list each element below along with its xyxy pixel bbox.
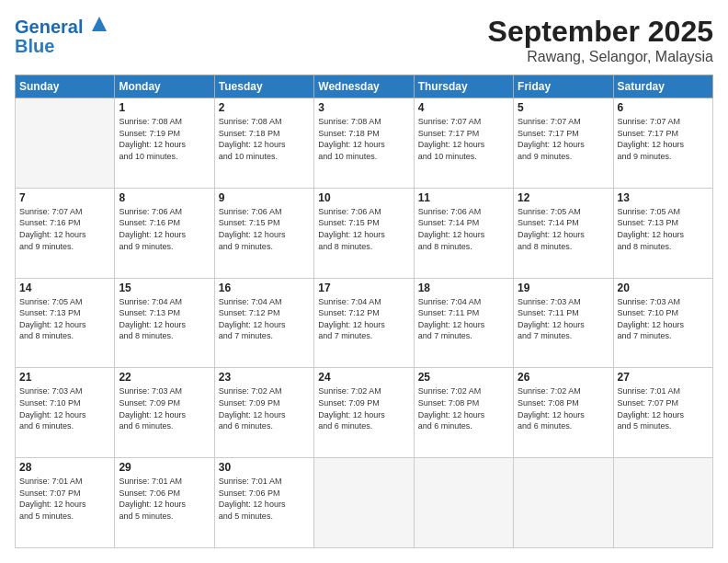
day-number: 2	[219, 101, 310, 114]
day-number: 7	[19, 191, 110, 204]
calendar-cell	[613, 458, 712, 548]
calendar-cell	[514, 458, 613, 548]
day-number: 5	[518, 101, 609, 114]
calendar-cell: 15Sunrise: 7:04 AM Sunset: 7:13 PM Dayli…	[115, 278, 214, 368]
day-info: Sunrise: 7:08 AM Sunset: 7:18 PM Dayligh…	[318, 116, 409, 162]
day-number: 8	[119, 191, 210, 204]
day-number: 9	[219, 191, 310, 204]
day-info: Sunrise: 7:02 AM Sunset: 7:09 PM Dayligh…	[219, 385, 310, 431]
day-number: 6	[618, 101, 709, 114]
calendar-cell: 28Sunrise: 7:01 AM Sunset: 7:07 PM Dayli…	[16, 458, 115, 548]
calendar-cell: 2Sunrise: 7:08 AM Sunset: 7:18 PM Daylig…	[214, 98, 313, 189]
day-info: Sunrise: 7:03 AM Sunset: 7:11 PM Dayligh…	[518, 296, 609, 342]
day-info: Sunrise: 7:07 AM Sunset: 7:17 PM Dayligh…	[618, 116, 709, 162]
calendar-cell: 4Sunrise: 7:07 AM Sunset: 7:17 PM Daylig…	[414, 98, 513, 189]
calendar-cell: 19Sunrise: 7:03 AM Sunset: 7:11 PM Dayli…	[514, 278, 613, 368]
day-number: 30	[219, 461, 310, 474]
calendar-table: SundayMondayTuesdayWednesdayThursdayFrid…	[15, 75, 713, 548]
weekday-header: Friday	[514, 75, 613, 98]
page: General Blue September 2025 Rawang, Sela…	[0, 0, 728, 563]
header: General Blue September 2025 Rawang, Sela…	[15, 15, 713, 65]
day-info: Sunrise: 7:07 AM Sunset: 7:17 PM Dayligh…	[518, 116, 609, 162]
calendar-cell: 21Sunrise: 7:03 AM Sunset: 7:10 PM Dayli…	[16, 368, 115, 458]
calendar-cell: 22Sunrise: 7:03 AM Sunset: 7:09 PM Dayli…	[115, 368, 214, 458]
day-number: 27	[618, 371, 709, 384]
location: Rawang, Selangor, Malaysia	[488, 49, 713, 65]
calendar-cell: 20Sunrise: 7:03 AM Sunset: 7:10 PM Dayli…	[613, 278, 712, 368]
day-info: Sunrise: 7:04 AM Sunset: 7:12 PM Dayligh…	[219, 296, 310, 342]
calendar-cell: 13Sunrise: 7:05 AM Sunset: 7:13 PM Dayli…	[613, 188, 712, 278]
day-number: 12	[518, 191, 609, 204]
calendar-cell: 1Sunrise: 7:08 AM Sunset: 7:19 PM Daylig…	[115, 98, 214, 189]
calendar-cell: 26Sunrise: 7:02 AM Sunset: 7:08 PM Dayli…	[514, 368, 613, 458]
day-info: Sunrise: 7:02 AM Sunset: 7:08 PM Dayligh…	[518, 385, 609, 431]
day-info: Sunrise: 7:03 AM Sunset: 7:09 PM Dayligh…	[119, 385, 210, 431]
calendar-cell: 29Sunrise: 7:01 AM Sunset: 7:06 PM Dayli…	[115, 458, 214, 548]
calendar-cell: 10Sunrise: 7:06 AM Sunset: 7:15 PM Dayli…	[314, 188, 414, 278]
day-info: Sunrise: 7:06 AM Sunset: 7:14 PM Dayligh…	[418, 206, 509, 252]
weekday-header: Thursday	[414, 75, 513, 98]
calendar-cell: 24Sunrise: 7:02 AM Sunset: 7:09 PM Dayli…	[314, 368, 414, 458]
day-number: 18	[418, 282, 509, 294]
day-number: 23	[219, 371, 310, 384]
day-info: Sunrise: 7:06 AM Sunset: 7:16 PM Dayligh…	[119, 206, 210, 252]
day-info: Sunrise: 7:03 AM Sunset: 7:10 PM Dayligh…	[618, 296, 709, 342]
day-info: Sunrise: 7:08 AM Sunset: 7:19 PM Dayligh…	[119, 116, 210, 162]
logo-icon	[90, 15, 108, 33]
day-info: Sunrise: 7:01 AM Sunset: 7:07 PM Dayligh…	[19, 476, 110, 522]
day-number: 1	[119, 101, 210, 114]
calendar-week-row: 1Sunrise: 7:08 AM Sunset: 7:19 PM Daylig…	[16, 98, 713, 189]
calendar-cell: 17Sunrise: 7:04 AM Sunset: 7:12 PM Dayli…	[314, 278, 414, 368]
calendar-cell: 8Sunrise: 7:06 AM Sunset: 7:16 PM Daylig…	[115, 188, 214, 278]
calendar-cell: 3Sunrise: 7:08 AM Sunset: 7:18 PM Daylig…	[314, 98, 414, 189]
day-number: 28	[19, 461, 110, 474]
day-number: 20	[618, 282, 709, 294]
weekday-header: Saturday	[613, 75, 712, 98]
weekday-header-row: SundayMondayTuesdayWednesdayThursdayFrid…	[16, 75, 713, 98]
day-info: Sunrise: 7:06 AM Sunset: 7:15 PM Dayligh…	[219, 206, 310, 252]
day-number: 4	[418, 101, 509, 114]
day-info: Sunrise: 7:06 AM Sunset: 7:15 PM Dayligh…	[318, 206, 409, 252]
day-number: 3	[318, 101, 409, 114]
day-number: 13	[618, 191, 709, 204]
day-info: Sunrise: 7:04 AM Sunset: 7:13 PM Dayligh…	[119, 296, 210, 342]
calendar-cell: 16Sunrise: 7:04 AM Sunset: 7:12 PM Dayli…	[214, 278, 313, 368]
day-info: Sunrise: 7:03 AM Sunset: 7:10 PM Dayligh…	[19, 385, 110, 431]
day-info: Sunrise: 7:05 AM Sunset: 7:13 PM Dayligh…	[19, 296, 110, 342]
day-number: 11	[418, 191, 509, 204]
svg-marker-0	[92, 17, 107, 31]
calendar-cell: 30Sunrise: 7:01 AM Sunset: 7:06 PM Dayli…	[214, 458, 313, 548]
day-info: Sunrise: 7:04 AM Sunset: 7:12 PM Dayligh…	[318, 296, 409, 342]
weekday-header: Sunday	[16, 75, 115, 98]
calendar-cell: 9Sunrise: 7:06 AM Sunset: 7:15 PM Daylig…	[214, 188, 313, 278]
calendar-week-row: 7Sunrise: 7:07 AM Sunset: 7:16 PM Daylig…	[16, 188, 713, 278]
calendar-cell	[414, 458, 513, 548]
day-info: Sunrise: 7:05 AM Sunset: 7:14 PM Dayligh…	[518, 206, 609, 252]
calendar-cell: 5Sunrise: 7:07 AM Sunset: 7:17 PM Daylig…	[514, 98, 613, 189]
calendar-cell: 6Sunrise: 7:07 AM Sunset: 7:17 PM Daylig…	[613, 98, 712, 189]
day-number: 19	[518, 282, 609, 294]
month-title: September 2025	[488, 15, 713, 49]
logo-blue: Blue	[15, 37, 108, 55]
calendar-cell: 27Sunrise: 7:01 AM Sunset: 7:07 PM Dayli…	[613, 368, 712, 458]
weekday-header: Wednesday	[314, 75, 414, 98]
weekday-header: Monday	[115, 75, 214, 98]
day-number: 26	[518, 371, 609, 384]
logo-text: General	[15, 15, 108, 37]
day-info: Sunrise: 7:01 AM Sunset: 7:07 PM Dayligh…	[618, 385, 709, 431]
calendar-week-row: 21Sunrise: 7:03 AM Sunset: 7:10 PM Dayli…	[16, 368, 713, 458]
day-number: 10	[318, 191, 409, 204]
day-number: 14	[19, 282, 110, 294]
weekday-header: Tuesday	[214, 75, 313, 98]
calendar-cell: 7Sunrise: 7:07 AM Sunset: 7:16 PM Daylig…	[16, 188, 115, 278]
calendar-week-row: 14Sunrise: 7:05 AM Sunset: 7:13 PM Dayli…	[16, 278, 713, 368]
calendar-cell: 18Sunrise: 7:04 AM Sunset: 7:11 PM Dayli…	[414, 278, 513, 368]
calendar-cell: 11Sunrise: 7:06 AM Sunset: 7:14 PM Dayli…	[414, 188, 513, 278]
logo: General Blue	[15, 15, 108, 55]
day-info: Sunrise: 7:01 AM Sunset: 7:06 PM Dayligh…	[219, 476, 310, 522]
day-number: 16	[219, 282, 310, 294]
day-number: 24	[318, 371, 409, 384]
day-info: Sunrise: 7:05 AM Sunset: 7:13 PM Dayligh…	[618, 206, 709, 252]
day-info: Sunrise: 7:01 AM Sunset: 7:06 PM Dayligh…	[119, 476, 210, 522]
day-number: 22	[119, 371, 210, 384]
